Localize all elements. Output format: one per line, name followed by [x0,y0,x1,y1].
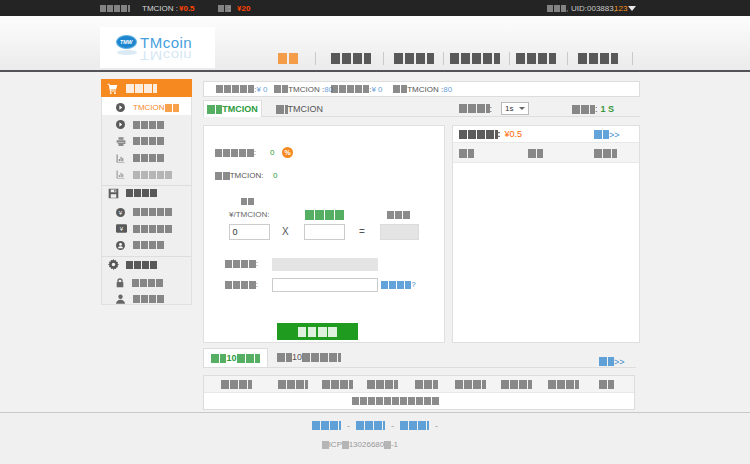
svg-text:¥: ¥ [119,208,123,215]
svg-text:¥: ¥ [120,225,124,232]
